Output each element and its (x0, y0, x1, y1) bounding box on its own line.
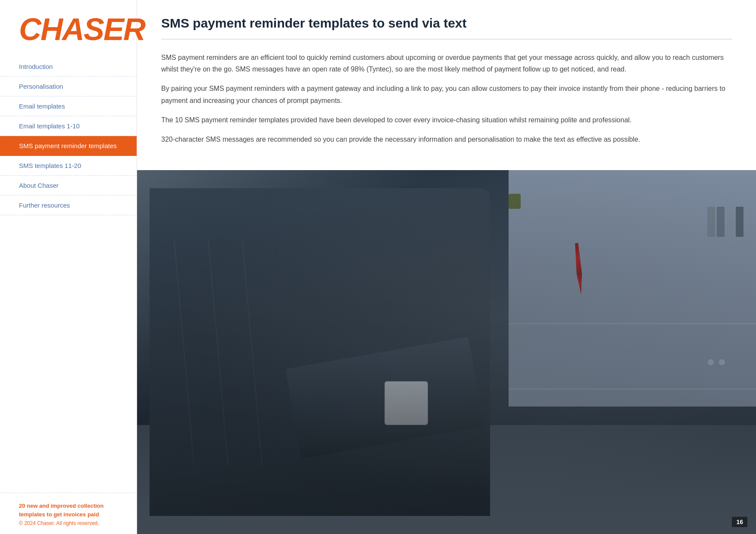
shelf-binders (707, 207, 744, 237)
binder-1 (707, 207, 715, 237)
sidebar-item-about-chaser[interactable]: About Chaser (0, 176, 137, 196)
main-content: SMS payment reminder templates to send v… (137, 0, 756, 534)
sidebar-item-introduction[interactable]: Introduction (0, 57, 137, 77)
sidebar-footer: 20 new and improved collection templates… (0, 493, 137, 534)
paragraph-1: SMS payment reminders are an efficient t… (161, 52, 732, 75)
logo-area: CHASER (0, 0, 137, 57)
brand-logo: CHASER (19, 12, 145, 47)
binder-3 (726, 207, 734, 237)
plant-decoration (509, 194, 521, 209)
sidebar-item-sms-templates-11-20[interactable]: SMS templates 11-20 (0, 156, 137, 176)
person-phone (384, 381, 428, 425)
shelf-line-1 (509, 323, 756, 324)
sidebar-item-email-templates[interactable]: Email templates (0, 96, 137, 116)
suit-stripe-2 (207, 238, 228, 466)
circle-2 (719, 359, 725, 365)
page-number: 16 (732, 517, 747, 527)
hero-image: 16 (137, 170, 756, 534)
footer-tagline: 20 new and improved collection templates… (19, 502, 118, 518)
suit-stripe-3 (241, 238, 262, 466)
hero-image-section: 16 (137, 170, 756, 534)
sidebar-item-sms-payment-reminder-templates[interactable]: SMS payment reminder templates (0, 136, 137, 156)
title-divider (161, 39, 732, 40)
paragraph-4: 320-character SMS messages are recommend… (161, 134, 732, 145)
content-header: SMS payment reminder templates to send v… (137, 0, 756, 52)
circle-1 (708, 359, 714, 365)
content-body: SMS payment reminders are an efficient t… (137, 52, 756, 166)
sidebar-item-email-templates-1-10[interactable]: Email templates 1-10 (0, 116, 137, 136)
sidebar-item-further-resources[interactable]: Further resources (0, 196, 137, 215)
sidebar: CHASER IntroductionPersonalisationEmail … (0, 0, 137, 534)
sidebar-item-personalisation[interactable]: Personalisation (0, 77, 137, 96)
suit-stripe-1 (173, 238, 194, 466)
footer-copyright: © 2024 Chaser. All rights reserved. (19, 520, 118, 526)
paragraph-3: The 10 SMS payment reminder templates pr… (161, 114, 732, 126)
paragraph-2: By pairing your SMS payment reminders wi… (161, 83, 732, 106)
shelf-line-2 (509, 388, 756, 390)
binder-4 (736, 207, 744, 237)
binder-2 (717, 207, 725, 237)
sidebar-navigation: IntroductionPersonalisationEmail templat… (0, 57, 137, 493)
shelf-background (509, 170, 756, 407)
shelf-circles (708, 359, 725, 365)
page-title: SMS payment reminder templates to send v… (161, 16, 732, 31)
